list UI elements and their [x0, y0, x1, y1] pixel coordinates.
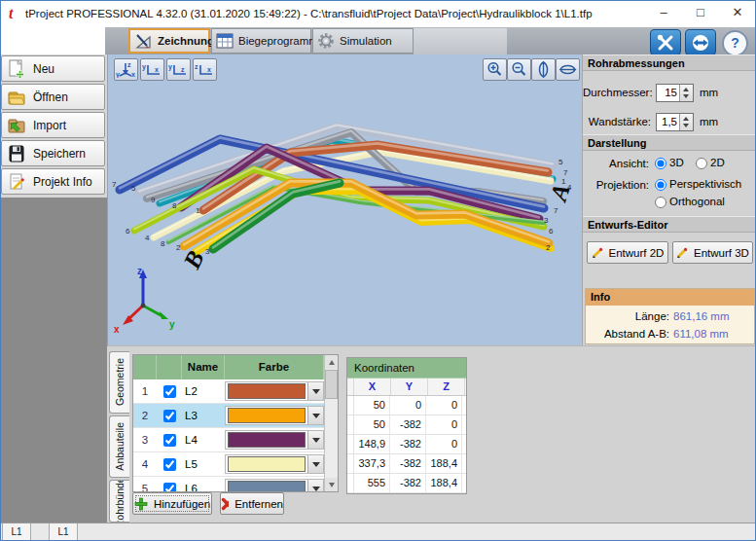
radio-3d[interactable]: 3D [655, 156, 684, 169]
coord-row[interactable]: 148,9 -382 0 [347, 435, 466, 454]
tab-zeichnung[interactable]: Zeichnung [128, 28, 210, 54]
wandstaerke-input[interactable]: 1,5 [656, 113, 694, 131]
visibility-checkbox[interactable] [163, 483, 176, 491]
color-swatch [228, 408, 306, 423]
svg-text:y: y [142, 63, 146, 71]
view-plane-zx-icon: z x [195, 61, 215, 78]
col-header-number [133, 355, 157, 379]
help-button[interactable]: ? [722, 30, 748, 56]
info-header: Info [586, 289, 754, 306]
tube-end-number: 3 [205, 247, 210, 256]
pipe-list-table: Name Farbe 1 L2 2 L3 [132, 354, 339, 492]
visibility-checkbox[interactable] [163, 458, 176, 471]
sidebar-item-speichern[interactable]: Speichern [1, 140, 105, 166]
color-dropdown[interactable] [225, 381, 324, 401]
color-dropdown[interactable] [225, 454, 324, 474]
sidebar-item-oeffnen[interactable]: Öffnen [1, 84, 105, 110]
coordinates-header: X Y Z [347, 379, 466, 396]
coord-row[interactable]: 50 0 0 [347, 396, 466, 415]
sidebar-item-neu[interactable]: Neu [1, 55, 105, 82]
sheet-tab-l1-b[interactable]: L1 [49, 523, 78, 541]
pipe-row-l6[interactable]: 5 L6 [133, 477, 324, 491]
remote-support-button[interactable] [685, 29, 716, 55]
3d-viewport[interactable]: z x y y x y z z x [107, 54, 582, 345]
wandstaerke-label: Wandstärke: [583, 116, 651, 127]
visibility-checkbox[interactable] [163, 410, 176, 422]
sidebar-item-label: Öffnen [33, 90, 68, 104]
coord-row[interactable]: 50 -382 0 [347, 415, 466, 435]
tab-simulation[interactable]: Simulation [312, 28, 414, 54]
coord-row[interactable]: 337,3 -382 188,4 [347, 454, 466, 474]
view-plane-yz-button[interactable]: y z [166, 58, 191, 81]
pipe-row-l4[interactable]: 3 L4 [133, 428, 324, 452]
side-tab-rohrbuendel[interactable]: Rohrbündel [109, 480, 129, 523]
radio-2d[interactable]: 2D [696, 156, 725, 169]
tools-button[interactable] [650, 29, 681, 55]
color-dropdown[interactable] [225, 479, 324, 491]
durchmesser-input[interactable]: 15 [656, 84, 694, 102]
tube-end-number: 7 [563, 168, 568, 177]
pipe-row-l2[interactable]: 1 L2 [133, 379, 324, 404]
radio-perspektivisch-input[interactable] [655, 179, 666, 191]
coord-row[interactable]: 555 -382 188,4 [347, 474, 466, 493]
projektion-row: Projektion: Perspektivisch [583, 177, 756, 195]
bottom-section: Geometrie Anbauteile Rohrbündel Name Far… [107, 345, 756, 523]
zoom-in-button[interactable] [483, 58, 507, 81]
zoom-out-button[interactable] [507, 58, 531, 81]
radio-3d-input[interactable] [655, 158, 666, 169]
dropdown-button[interactable] [307, 407, 323, 424]
pipe-table-scrollbar[interactable] [324, 355, 338, 491]
scroll-up-icon[interactable] [325, 355, 338, 369]
radio-perspektivisch[interactable]: Perspektivisch [655, 177, 741, 191]
pipe-row-l3[interactable]: 2 L3 [133, 404, 324, 428]
visibility-checkbox[interactable] [163, 434, 176, 447]
spinner-buttons[interactable] [679, 85, 693, 101]
scrollbar-thumb[interactable] [325, 370, 338, 399]
dropdown-button[interactable] [307, 455, 323, 473]
hinzufuegen-button[interactable]: Hinzufügen [132, 492, 212, 515]
rotate-horizontal-icon [558, 60, 577, 79]
spinner-buttons[interactable] [679, 114, 693, 130]
rotate-horizontal-button[interactable] [556, 58, 580, 81]
projektion-row-2: Orthogonal [583, 195, 756, 212]
pipe-table-body: 1 L2 2 L3 [133, 379, 324, 491]
close-button[interactable]: ✕ [719, 0, 756, 27]
sheet-tab-l1-a[interactable]: L1 [2, 523, 31, 541]
side-tab-anbauteile[interactable]: Anbauteile [109, 415, 129, 478]
dropdown-button[interactable] [307, 480, 323, 491]
radio-orthogonal[interactable]: Orthogonal [655, 195, 725, 208]
color-swatch [228, 383, 306, 399]
sidebar-item-import[interactable]: Import [1, 112, 105, 138]
view-isometric-button[interactable]: z x y [114, 58, 138, 81]
minimize-button[interactable]: – [645, 0, 682, 27]
view-plane-yx-button[interactable]: y x [140, 58, 164, 81]
view-plane-zx-button[interactable]: z x [193, 58, 217, 81]
wandstaerke-field: Wandstärke: 1,5 mm [583, 113, 756, 131]
color-swatch [228, 456, 306, 472]
entwurf-3d-button[interactable]: Entwurf 3D [672, 241, 753, 264]
entfernen-button[interactable]: Entfernen [220, 492, 284, 515]
sidebar-item-label: Speichern [33, 147, 86, 161]
tab-label: Zeichnung [158, 35, 214, 47]
color-dropdown[interactable] [225, 406, 324, 425]
side-tab-geometrie[interactable]: Geometrie [109, 351, 129, 414]
sidebar-item-projekt-info[interactable]: Projekt Info [1, 168, 105, 195]
tab-biegeprogramm[interactable]: Biegeprogramm [211, 28, 311, 54]
svg-text:y: y [116, 71, 120, 78]
section-header-entwurfs-editor: Entwurfs-Editor [583, 216, 756, 233]
tube-end-number: 6 [126, 227, 130, 235]
radio-orthogonal-input[interactable] [655, 197, 666, 208]
color-dropdown[interactable] [225, 430, 324, 450]
visibility-checkbox[interactable] [163, 385, 176, 398]
color-swatch [228, 481, 306, 491]
entwurf-2d-button[interactable]: Entwurf 2D [587, 241, 668, 264]
maximize-button[interactable]: □ [682, 0, 719, 27]
dropdown-button[interactable] [307, 431, 323, 449]
dropdown-button[interactable] [307, 382, 323, 400]
rotate-vertical-button[interactable] [531, 58, 556, 81]
pipe-row-l5[interactable]: 4 L5 [133, 452, 324, 477]
radio-2d-input[interactable] [696, 158, 707, 169]
scroll-down-icon[interactable] [325, 478, 338, 491]
tube-end-number: 8 [172, 201, 177, 210]
col-header-name: Name [182, 355, 225, 379]
